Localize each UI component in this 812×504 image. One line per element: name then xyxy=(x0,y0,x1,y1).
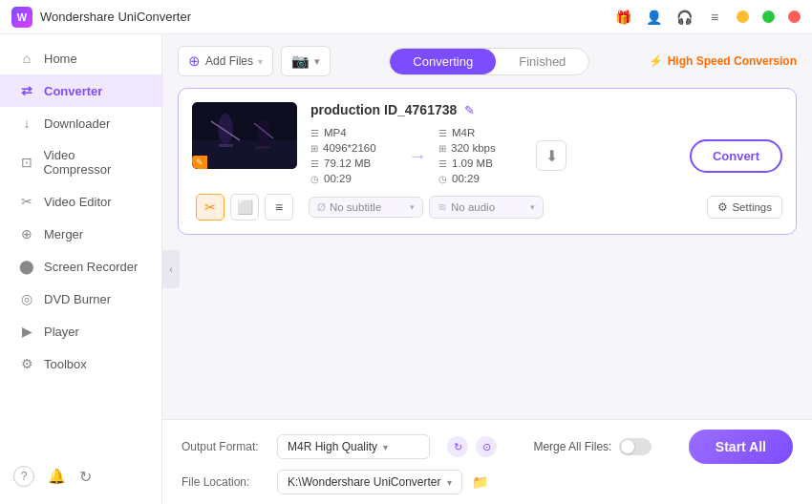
sidebar-item-home[interactable]: ⌂ Home xyxy=(0,42,161,74)
file-rename-icon[interactable]: ✎ xyxy=(464,103,475,117)
toolbox-icon: ⚙ xyxy=(19,356,34,371)
svg-rect-5 xyxy=(255,146,269,149)
add-files-icon: ⊕ xyxy=(188,52,201,70)
speed-label: High Speed Conversion xyxy=(668,54,797,68)
svg-rect-1 xyxy=(192,140,297,169)
sidebar-item-video-editor[interactable]: ✂ Video Editor xyxy=(0,185,161,218)
sidebar-collapse-button[interactable]: ‹ xyxy=(162,250,180,288)
output-format-row: Output Format: M4R High Quality ▾ ↻ ⊙ Me… xyxy=(182,430,793,464)
minimize-button[interactable] xyxy=(737,10,749,23)
help-icon[interactable]: ? xyxy=(13,466,34,487)
output-format-label: Output Format: xyxy=(182,440,267,453)
sidebar-item-video-compressor[interactable]: ⊡ Video Compressor xyxy=(0,139,161,185)
download-cloud-icon[interactable]: ⬇ xyxy=(536,140,566,171)
main-layout: ⌂ Home ⇄ Converter ↓ Downloader ⊡ Video … xyxy=(0,34,812,504)
format-action-icons: ↻ ⊙ xyxy=(447,436,497,457)
add-files-button[interactable]: ⊕ Add Files ▾ xyxy=(178,46,273,76)
high-speed-button[interactable]: ⚡ High Speed Conversion xyxy=(649,54,797,68)
bell-icon[interactable]: 🔔 xyxy=(48,468,66,485)
target-bitrate-row: ⊞ 320 kbps xyxy=(438,142,524,154)
sidebar-item-player[interactable]: ▶ Player xyxy=(0,315,161,347)
sidebar-item-downloader[interactable]: ↓ Downloader xyxy=(0,107,161,139)
settings-button[interactable]: ⚙ Settings xyxy=(707,196,782,219)
audio-dropdown[interactable]: ≋ No audio ▾ xyxy=(429,196,544,219)
target-size-icon: ☰ xyxy=(438,158,447,169)
subtitle-dropdown[interactable]: Ø No subtitle ▾ xyxy=(309,197,423,218)
target-bitrate-icon: ⊞ xyxy=(438,143,446,154)
tab-switcher: Converting Finished xyxy=(389,48,589,75)
titlebar-controls: 🎁 👤 🎧 ≡ xyxy=(614,9,801,26)
sidebar-item-toolbox[interactable]: ⚙ Toolbox xyxy=(0,347,161,380)
bottom-bar: Output Format: M4R High Quality ▾ ↻ ⊙ Me… xyxy=(162,419,812,504)
card-top: ✎ production ID_4761738 ✎ ☰ MP4 xyxy=(192,102,782,184)
sidebar-item-dvd-burner[interactable]: ◎ DVD Burner xyxy=(0,283,161,315)
menu-icon[interactable]: ≡ xyxy=(706,9,723,26)
add-files-chevron-icon: ▾ xyxy=(258,56,263,67)
video-editor-icon: ✂ xyxy=(19,194,34,209)
effects-tool-button[interactable]: ≡ xyxy=(265,194,293,220)
dvd-burner-icon: ◎ xyxy=(19,291,34,306)
open-folder-icon[interactable]: 📁 xyxy=(472,474,488,490)
sidebar-item-label: Home xyxy=(44,52,77,66)
tab-converting[interactable]: Converting xyxy=(390,49,496,74)
sidebar-item-label: Video Editor xyxy=(44,195,112,209)
format-copy-icon[interactable]: ⊙ xyxy=(476,436,497,457)
top-bar: ⊕ Add Files ▾ 📷 ▾ Converting Finished ⚡ … xyxy=(178,46,797,76)
top-actions: ⊕ Add Files ▾ 📷 ▾ xyxy=(178,46,331,76)
output-format-select[interactable]: M4R High Quality ▾ xyxy=(277,434,430,459)
headset-icon[interactable]: 🎧 xyxy=(675,9,693,26)
sidebar-item-label: Screen Recorder xyxy=(44,260,138,274)
thumbnail-inner xyxy=(192,102,297,169)
target-bitrate: 320 kbps xyxy=(451,142,496,154)
user-icon[interactable]: 👤 xyxy=(645,9,662,26)
svg-rect-4 xyxy=(219,144,233,147)
resolution-icon: ⊞ xyxy=(310,143,318,154)
sidebar-item-converter[interactable]: ⇄ Converter xyxy=(0,74,161,107)
refresh-icon[interactable]: ↻ xyxy=(79,468,92,486)
convert-arrow-icon: → xyxy=(408,145,427,167)
crop-tool-button[interactable]: ⬜ xyxy=(230,194,259,220)
sidebar-item-label: Video Compressor xyxy=(43,148,142,177)
maximize-button[interactable] xyxy=(762,10,775,23)
add-files-label: Add Files xyxy=(205,54,253,68)
gift-icon[interactable]: 🎁 xyxy=(614,9,631,26)
duration-icon: ◷ xyxy=(310,174,319,184)
sidebar-item-merger[interactable]: ⊕ Merger xyxy=(0,218,161,250)
size-icon: ☰ xyxy=(310,158,319,169)
crop-icon: ⬜ xyxy=(237,200,253,215)
titlebar: W Wondershare UniConverter 🎁 👤 🎧 ≡ xyxy=(0,0,812,34)
tab-finished[interactable]: Finished xyxy=(496,49,588,74)
file-location-row: File Location: K:\Wondershare UniConvert… xyxy=(182,470,793,494)
settings-label: Settings xyxy=(732,201,772,213)
svg-point-3 xyxy=(257,119,270,146)
player-icon: ▶ xyxy=(19,324,34,339)
file-details: ☰ MP4 ⊞ 4096*2160 ☰ 79.12 MB xyxy=(310,127,782,184)
sidebar-item-screen-recorder[interactable]: ⬤ Screen Recorder xyxy=(0,250,161,283)
screenshot-button[interactable]: 📷 ▾ xyxy=(281,46,331,76)
home-icon: ⌂ xyxy=(19,51,34,66)
sidebar-item-label: Player xyxy=(44,325,79,339)
merge-label: Merge All Files: xyxy=(533,440,611,453)
file-name: production ID_4761738 xyxy=(310,102,457,117)
video-compressor-icon: ⊡ xyxy=(19,155,33,170)
merge-all-row: Merge All Files: xyxy=(533,438,652,455)
close-button[interactable] xyxy=(788,10,801,23)
format-icon: ☰ xyxy=(310,128,319,138)
start-all-button[interactable]: Start All xyxy=(689,430,793,464)
cut-tool-button[interactable]: ✂ xyxy=(196,194,224,220)
converter-icon: ⇄ xyxy=(19,83,34,98)
convert-button[interactable]: Convert xyxy=(690,139,782,173)
settings-icon: ⚙ xyxy=(717,200,728,214)
target-details: ☰ M4R ⊞ 320 kbps ☰ 1.09 MB xyxy=(438,127,524,184)
sidebar-item-label: DVD Burner xyxy=(44,292,111,306)
card-toolbar: ✂ ⬜ ≡ Ø No subtitle ▾ ≋ No audio ▾ xyxy=(192,194,782,220)
sidebar-item-label: Converter xyxy=(44,84,102,98)
screenshot-icon: 📷 xyxy=(291,52,310,70)
target-size-row: ☰ 1.09 MB xyxy=(438,158,524,169)
format-refresh-icon[interactable]: ↻ xyxy=(447,436,468,457)
file-name-row: production ID_4761738 ✎ xyxy=(310,102,782,117)
merge-toggle[interactable] xyxy=(619,438,652,455)
file-location-select[interactable]: K:\Wondershare UniConverter ▾ xyxy=(277,470,462,494)
audio-chevron-icon: ▾ xyxy=(530,202,535,212)
file-thumbnail: ✎ xyxy=(192,102,297,169)
